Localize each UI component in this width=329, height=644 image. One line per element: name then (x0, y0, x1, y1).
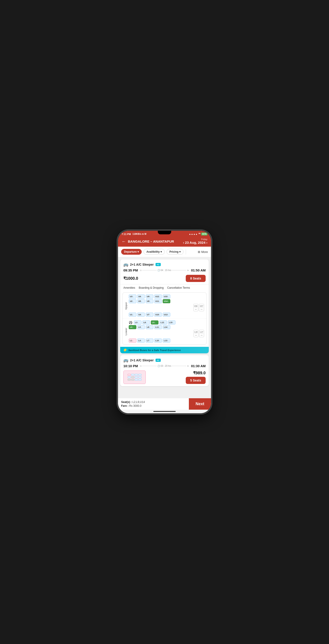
seat-L7[interactable]: L7| (146, 338, 153, 342)
seat-U8[interactable]: U8| (146, 299, 153, 303)
bus-icon-2: 🚌 (123, 358, 128, 363)
bottom-spacer (118, 386, 211, 388)
duration-dot-1 (140, 270, 141, 271)
seat-U5[interactable]: U5| (137, 299, 145, 303)
filter-availability[interactable]: Availibility ▾ (143, 249, 165, 255)
price-2: ₹989.0 (193, 370, 206, 376)
side-seat-U16[interactable]: U16— (193, 304, 198, 311)
seat-U14[interactable]: U14| (163, 299, 170, 303)
side-seat-U17[interactable]: U17— (199, 304, 204, 311)
duration-dash-3 (142, 366, 156, 366)
seats-label: Seat(s) (121, 400, 130, 404)
signal-icon: ▲▲▲▲ (189, 233, 198, 235)
seat-L5[interactable]: L5| (137, 325, 145, 329)
wifi-icon: ⁰⁰ (198, 232, 200, 236)
fare-label: Fare (121, 404, 127, 408)
seat-L14[interactable]: L14| (163, 325, 170, 329)
seat-U4[interactable]: U4| (137, 312, 145, 317)
seat-U9[interactable]: U9| (146, 294, 153, 298)
duration-dot-2 (140, 366, 141, 367)
soccer-icon: ⚽ (129, 321, 133, 324)
seat-map-1: Upper U3| U6| U9| U12| U15| (122, 292, 207, 344)
upper-row-1: U3| U6| U9| U12| U15| (129, 294, 204, 298)
bus2-thumbnail (123, 370, 146, 384)
seat-L13[interactable]: L13| (163, 338, 170, 342)
seat-U10[interactable]: U10| (154, 312, 162, 317)
filter-icon: ⊞ (198, 250, 200, 254)
seat-U12[interactable]: U12| (154, 294, 162, 298)
seat-U15[interactable]: U15| (163, 294, 170, 298)
bus-type-row-1: 🚌 2+1 A/C Sleeper AC (123, 262, 206, 267)
filter-bar: Departure ▾ Availibility ▾ Pricing ▾ ⊞ M… (118, 247, 211, 257)
date-label: 23 Aug, 2024 (185, 240, 205, 244)
content: 🚌 2+1 A/C Sleeper AC 09:35 PM 🕐 04 : 15 … (118, 257, 211, 398)
phone-screen: 7:11 PM 118KB/s m M ▲▲▲▲ ⁰⁰ 31% ← BANGAL… (118, 231, 211, 413)
dep-time-1: 09:35 PM (123, 268, 138, 272)
seat-L6[interactable]: L6| (142, 320, 150, 324)
bus-card-1: 🚌 2+1 A/C Sleeper AC 09:35 PM 🕐 04 : 15 … (120, 260, 209, 353)
duration-dash-4 (172, 366, 186, 366)
upper-section: Upper U3| U6| U9| U12| U15| (123, 293, 206, 319)
bus-timing-1: 09:35 PM 🕐 04 : 15 hrs ➤ 01:50 AM (123, 268, 206, 272)
seat-U1[interactable]: U1| (129, 312, 136, 317)
lower-seats-grid: ⚽ L3| L6| L9| L12| L15| L2| (129, 320, 204, 342)
filter-departure[interactable]: Departure ▾ (121, 249, 142, 255)
side-seat-L17[interactable]: L17— (199, 330, 204, 337)
seat-L15[interactable]: L15| (168, 320, 175, 324)
seat-L1[interactable]: L1| (129, 338, 136, 342)
status-left: 7:11 PM 118KB/s m M (122, 233, 146, 236)
seats-btn-2[interactable]: 5 Seats (186, 377, 206, 384)
seat-L12[interactable]: L12| (159, 320, 167, 324)
upper-label: Upper (125, 301, 127, 310)
notch (158, 231, 171, 234)
lower-label: Lower (125, 327, 127, 336)
seat-L3[interactable]: L3| (134, 320, 141, 324)
filter-pricing[interactable]: Pricing ▾ (167, 249, 184, 255)
date-row: ‹ 23 Aug, 2024 › (183, 240, 207, 244)
bus-icon-1: 🚌 (123, 262, 128, 267)
sanitize-text: Sanitized Buses for a Safe Travel Experi… (128, 349, 181, 352)
upper-row-3: U1| U4| U7| U10| U13| (129, 312, 204, 317)
bus2-price-section: ₹989.0 5 Seats (186, 370, 206, 384)
seat-L9-map[interactable]: L9| (151, 320, 158, 324)
seat-U6[interactable]: U6| (137, 294, 145, 298)
seat-L4[interactable]: L4| (137, 338, 145, 342)
side-seat-L16[interactable]: L16— (194, 330, 198, 337)
seats-btn-1[interactable]: 8 Seats (186, 275, 206, 282)
filter-more[interactable]: ⊞ More (198, 250, 208, 254)
seat-L11[interactable]: L11| (154, 325, 162, 329)
status-network: 118KB/s m M (133, 233, 146, 235)
price-1: ₹1000.0 (123, 276, 138, 281)
duration-label-2: 🕐 03 : 20 hrs (157, 365, 171, 367)
seat-L8[interactable]: L8| (146, 325, 153, 329)
bus-type-label-2: 2+1 A/C Sleeper (130, 358, 154, 362)
bus-card-1-header: 🚌 2+1 A/C Sleeper AC 09:35 PM 🕐 04 : 15 … (120, 260, 209, 275)
coin-icon: 🪙 (123, 348, 126, 352)
header: ← BANGALORE – ANANTAPUR Friday ‹ 23 Aug,… (118, 236, 211, 247)
header-route: ← BANGALORE – ANANTAPUR (122, 239, 174, 244)
tab-boarding[interactable]: Boarding & Dropping (139, 286, 164, 290)
tab-cancellation[interactable]: Cancellation Terms (167, 286, 190, 290)
seat-U11[interactable]: U11| (154, 299, 162, 303)
seat-L10[interactable]: L10| (154, 338, 162, 342)
bottom-bar: Seat(s) : L2,L9,U14 Fare : Rs 3000.0 Nex… (118, 398, 211, 410)
bus-card-2-header: 🚌 2+1 A/C Sleeper AC 10:10 PM 🕐 03 : 20 … (120, 355, 209, 370)
next-date-button[interactable]: › (206, 240, 207, 244)
seat-U13[interactable]: U13| (163, 312, 170, 317)
seat-U7[interactable]: U7| (146, 312, 153, 317)
route-label: BANGALORE – ANANTAPUR (128, 240, 174, 243)
seat-L2[interactable]: L2| (129, 325, 136, 329)
header-date: Friday ‹ 23 Aug, 2024 › (183, 238, 207, 244)
arrow-icon-2: ➤ (187, 365, 189, 367)
next-button[interactable]: Next (189, 398, 211, 410)
upper-row-2: U2| U5| U8| U11| U14| (129, 299, 204, 303)
seat-U2[interactable]: U2| (129, 299, 136, 303)
lower-row-1: ⚽ L3| L6| L9| L12| L15| (129, 320, 204, 324)
back-button[interactable]: ← (122, 239, 126, 244)
prev-date-button[interactable]: ‹ (183, 240, 184, 244)
home-indicator (118, 410, 211, 413)
tab-amenities[interactable]: Amenities (123, 286, 135, 290)
seat-U3[interactable]: U3| (129, 294, 136, 298)
bus-type-row-2: 🚌 2+1 A/C Sleeper AC (123, 358, 206, 363)
fare-value: Rs 3000.0 (129, 404, 141, 408)
